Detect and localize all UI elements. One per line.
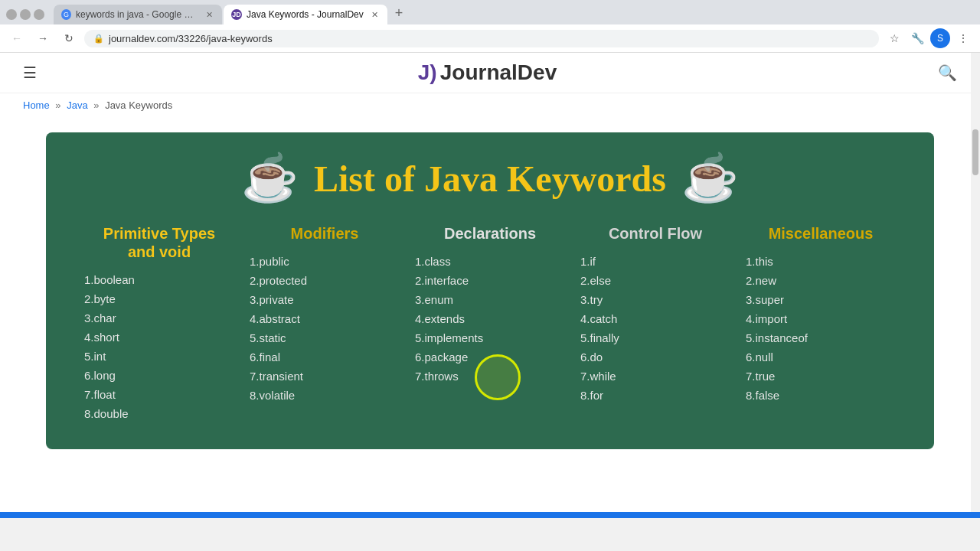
infographic-title: List of Java Keywords [314,158,666,200]
list-item: 5.implements [415,331,565,344]
coffee-icon-left: ☕ [241,155,299,201]
list-item: 1.if [580,255,730,268]
keyword-list-modifiers: 1.public 2.protected 3.private 4.abstrac… [250,255,400,402]
list-item: 7.transient [250,370,400,383]
list-item: 8.volatile [250,389,400,402]
bottom-bar [0,512,980,518]
list-item: 7.true [746,370,896,383]
breadcrumb-current: Java Keywords [105,99,172,111]
google-favicon: G [61,9,71,20]
tabs-row: G keywords in java - Google Search ✕ JD … [54,5,409,24]
new-tab-button[interactable]: + [389,5,410,24]
list-item: 7.float [84,388,234,401]
list-item: 3.char [84,311,234,324]
list-item: 2.else [580,274,730,287]
menu-button[interactable]: ⋮ [952,28,974,49]
list-item: 4.import [746,312,896,325]
list-item: 1.boolean [84,273,234,286]
list-item: 5.static [250,331,400,344]
title-bar: G keywords in java - Google Search ✕ JD … [0,0,980,24]
list-item: 4.extends [415,312,565,325]
list-item: 6.package [415,350,565,364]
columns-container: Primitive Types and void 1.boolean 2.byt… [77,224,903,426]
column-declarations: Declarations 1.class 2.interface 3.enum … [407,224,573,426]
tab-google-title: keywords in java - Google Search [76,9,198,20]
list-item: 4.catch [580,312,730,325]
hamburger-menu-button[interactable]: ☰ [23,64,37,82]
list-item: 6.final [250,350,400,364]
list-item: 6.long [84,369,234,382]
column-modifiers: Modifiers 1.public 2.protected 3.private… [242,224,407,426]
list-item: 8.false [746,389,896,402]
tab-google[interactable]: G keywords in java - Google Search ✕ [54,5,222,24]
list-item: 5.finally [580,331,730,344]
refresh-button[interactable]: ↻ [58,28,80,49]
column-header-modifiers: Modifiers [250,224,400,243]
browser-chrome: G keywords in java - Google Search ✕ JD … [0,0,980,53]
list-item: 5.int [84,350,234,363]
scrollbar-thumb[interactable] [972,129,978,175]
search-button[interactable]: 🔍 [938,64,957,82]
list-item: 6.do [580,350,730,364]
jd-favicon: JD [231,9,242,20]
keyword-list-controlflow: 1.if 2.else 3.try 4.catch 5.finally 6.do… [580,255,730,402]
list-item: 3.super [746,293,896,306]
keyword-list-declarations: 1.class 2.interface 3.enum 4.extends 5.i… [415,255,565,383]
list-item: 8.for [580,389,730,402]
list-item: 3.enum [415,293,565,306]
breadcrumb: Home » Java » Java Keywords [0,93,980,117]
list-item: 2.interface [415,274,565,287]
scrollbar-track[interactable] [971,53,980,512]
list-item: 3.try [580,293,730,306]
list-item: 2.protected [250,274,400,287]
user-avatar: S [930,28,950,48]
infographic: ☕ List of Java Keywords ☕ Primitive Type… [46,132,934,449]
list-item: 3.private [250,293,400,306]
list-item: 2.byte [84,292,234,305]
forward-button[interactable]: → [32,28,54,49]
lock-icon: 🔒 [93,34,104,44]
address-bar[interactable]: 🔒 journaldev.com/33226/java-keywords [84,30,879,47]
coffee-icon-right: ☕ [681,155,739,201]
tab-jd-close[interactable]: ✕ [371,10,378,20]
logo-symbol: J) [418,60,437,85]
column-header-declarations: Declarations [415,224,565,243]
tab-google-close[interactable]: ✕ [206,10,213,20]
breadcrumb-sep1: » [55,99,60,111]
profile-button[interactable]: S [929,28,951,49]
column-misc: Miscellaneous 1.this 2.new 3.super 4.imp… [738,224,903,426]
maximize-button[interactable] [20,9,31,20]
main-area: ☕ List of Java Keywords ☕ Primitive Type… [0,117,980,465]
window-controls [6,9,44,20]
url-text: journaldev.com/33226/java-keywords [109,33,870,44]
site-header: ☰ J) JournalDev 🔍 [0,53,980,93]
extensions-button[interactable]: 🔧 [906,28,928,49]
list-item: 7.while [580,370,730,383]
list-item: 5.instanceof [746,331,896,344]
bookmark-star-button[interactable]: ☆ [884,28,905,49]
column-controlflow: Control Flow 1.if 2.else 3.try 4.catch 5… [573,224,738,426]
column-header-primitive: Primitive Types and void [84,224,234,261]
tab-jd[interactable]: JD Java Keywords - JournalDev ✕ [224,5,387,24]
breadcrumb-sep2: » [93,99,99,111]
breadcrumb-home[interactable]: Home [23,99,50,111]
list-item: 4.abstract [250,312,400,325]
site-logo[interactable]: J) JournalDev [418,60,557,85]
keyword-list-primitive: 1.boolean 2.byte 3.char 4.short 5.int 6.… [84,273,234,420]
back-button[interactable]: ← [6,28,28,49]
list-item: 1.this [746,255,896,268]
keyword-list-misc: 1.this 2.new 3.super 4.import 5.instance… [746,255,896,402]
list-item: 1.public [250,255,400,268]
close-button[interactable] [34,9,44,20]
breadcrumb-java[interactable]: Java [67,99,87,111]
column-header-misc: Miscellaneous [746,224,896,243]
list-item: 2.new [746,274,896,287]
page-content: ☰ J) JournalDev 🔍 Home » Java » Java Key… [0,53,980,512]
nav-bar: ← → ↻ 🔒 journaldev.com/33226/java-keywor… [0,24,980,53]
list-item: 7.throws [415,370,565,383]
list-item: 8.double [84,407,234,420]
logo-name: JournalDev [440,60,557,85]
column-primitive: Primitive Types and void 1.boolean 2.byt… [77,224,242,426]
column-header-controlflow: Control Flow [580,224,730,243]
minimize-button[interactable] [6,9,17,20]
